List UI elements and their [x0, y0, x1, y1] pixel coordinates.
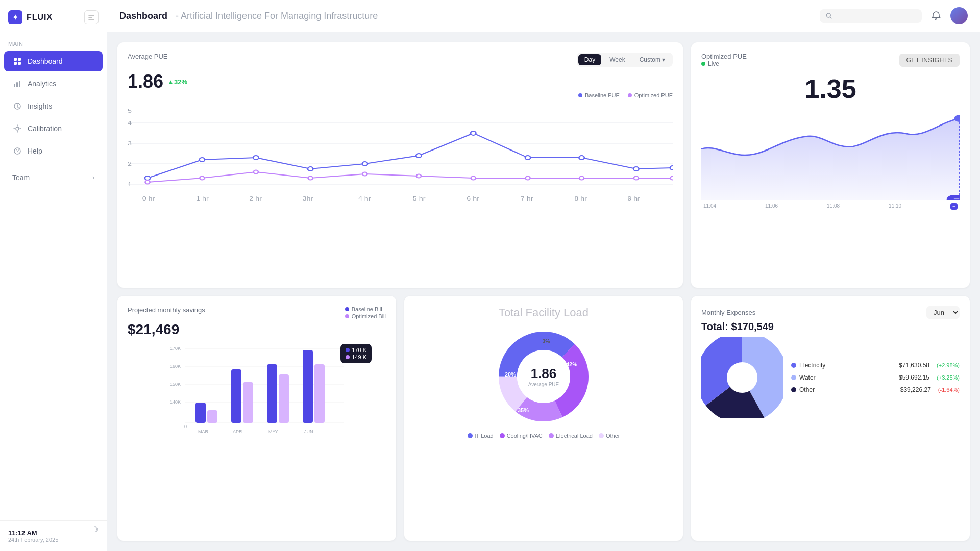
savings-legend-optimized-dot — [345, 314, 349, 318]
other-expense-amount: $39,226.27 — [900, 386, 931, 393]
svg-text:JUN: JUN — [304, 429, 313, 434]
svg-text:150K: 150K — [170, 382, 181, 387]
svg-point-27 — [253, 156, 258, 160]
analytics-icon — [12, 79, 22, 89]
savings-legend-optimized: Optimized Bill — [352, 313, 386, 319]
tab-custom[interactable]: Custom ▾ — [633, 54, 671, 65]
svg-rect-2 — [88, 19, 94, 20]
svg-rect-77 — [303, 350, 313, 423]
user-avatar[interactable] — [950, 7, 968, 24]
svg-text:5 hr: 5 hr — [413, 195, 426, 202]
time-label-1106: 11:06 — [765, 203, 778, 210]
sidebar-item-dashboard[interactable]: Dashboard — [4, 51, 103, 71]
svg-point-44 — [579, 177, 584, 180]
sidebar-item-dashboard-label: Dashboard — [28, 57, 94, 65]
cooling-label: Cooling/HVAC — [507, 433, 543, 439]
dashboard-icon — [12, 56, 22, 66]
svg-point-41 — [416, 174, 421, 178]
expenses-pie-svg — [701, 337, 783, 418]
svg-point-30 — [416, 154, 421, 158]
svg-text:140K: 140K — [170, 399, 181, 405]
electricity-amount: $71,630.58 — [899, 362, 929, 369]
sidebar-item-insights[interactable]: Insights — [4, 96, 103, 116]
sidebar-item-calibration[interactable]: Calibration — [4, 118, 103, 139]
svg-text:3hr: 3hr — [303, 195, 314, 202]
sidebar-item-insights-label: Insights — [28, 102, 94, 110]
search-input[interactable] — [836, 12, 916, 20]
sidebar-item-analytics-label: Analytics — [28, 80, 94, 88]
avg-pue-number: 1.86 — [128, 71, 163, 92]
notification-bell-icon[interactable] — [928, 8, 944, 24]
calibration-icon — [12, 123, 22, 134]
svg-point-40 — [362, 172, 367, 176]
time-label-1108: 11:08 — [827, 203, 840, 210]
sidebar-item-analytics[interactable]: Analytics — [4, 73, 103, 94]
svg-text:0: 0 — [184, 424, 187, 429]
svg-text:4 hr: 4 hr — [358, 195, 372, 202]
time-label-1104: 11:04 — [703, 203, 716, 210]
svg-text:9 hr: 9 hr — [627, 195, 641, 202]
tab-week[interactable]: Week — [603, 54, 631, 65]
svg-rect-75 — [267, 364, 277, 423]
svg-rect-76 — [279, 374, 289, 423]
svg-text:42%: 42% — [566, 361, 577, 367]
svg-text:160K: 160K — [170, 364, 181, 369]
svg-point-42 — [471, 177, 476, 180]
live-dot — [701, 62, 705, 66]
svg-text:2: 2 — [128, 161, 132, 167]
savings-legend-baseline: Baseline Bill — [352, 306, 382, 312]
svg-text:20%: 20% — [505, 371, 516, 378]
svg-rect-78 — [314, 364, 325, 423]
tab-day[interactable]: Day — [578, 54, 601, 65]
sidebar-item-team[interactable]: Team › — [4, 168, 103, 187]
sidebar-item-help[interactable]: ? Help — [4, 141, 103, 161]
legend-optimized-label: Optimized PUE — [634, 92, 673, 98]
expenses-title: Monthly Expenses — [701, 309, 755, 316]
svg-rect-74 — [243, 382, 253, 423]
sidebar-logo-area: ✦ FLUIX — [0, 0, 107, 35]
sidebar-date: 24th February, 2025 — [8, 537, 99, 543]
savings-value: $21,469 — [128, 321, 386, 338]
page-subtitle: - Artificial Intelligence For Managing I… — [176, 11, 378, 21]
svg-rect-1 — [88, 17, 92, 18]
facility-legend: IT Load Cooling/HVAC Electrical Load Oth… — [468, 433, 620, 439]
other-expense-change: (-1.64%) — [938, 387, 960, 393]
legend-optimized-dot — [628, 93, 632, 97]
cooling-dot — [500, 433, 505, 438]
sidebar-section-main: Main — [0, 35, 107, 50]
svg-point-45 — [634, 177, 639, 180]
content-grid: Average PUE Day Week Custom ▾ 1.86 ▲32% … — [107, 32, 980, 551]
other-dot — [599, 433, 604, 438]
header-right — [820, 7, 968, 24]
svg-point-31 — [471, 131, 476, 135]
svg-text:0 hr: 0 hr — [142, 195, 156, 202]
legend-other: Other — [599, 433, 620, 439]
legend-electrical: Electrical Load — [549, 433, 593, 439]
water-change: (+3.25%) — [937, 374, 960, 381]
month-select[interactable]: Jun May Apr Mar — [926, 306, 960, 319]
legend-baseline-label: Baseline PUE — [585, 92, 620, 98]
get-insights-button[interactable]: GET INSIGHTS — [899, 54, 960, 67]
logo-icon: ✦ — [8, 10, 22, 24]
svg-text:3: 3 — [128, 140, 132, 147]
donut-value: 1.86 — [528, 366, 559, 382]
facility-title: Total Facility Load — [414, 306, 673, 319]
savings-chart: 170 K 149 K 170K 160K 150K 140K 0 — [128, 344, 386, 448]
svg-point-36 — [145, 181, 150, 184]
svg-text:7 hr: 7 hr — [521, 195, 534, 202]
svg-rect-9 — [19, 81, 20, 87]
svg-text:?: ? — [16, 148, 19, 154]
savings-legend: Baseline Bill Optimized Bill — [345, 306, 386, 319]
svg-rect-7 — [14, 84, 15, 87]
donut-label: Average PUE — [528, 382, 559, 387]
svg-text:8 hr: 8 hr — [574, 195, 587, 202]
sidebar-toggle-button[interactable] — [84, 10, 99, 24]
savings-title: Projected monthly savings — [128, 306, 205, 314]
moon-icon[interactable]: ☽ — [91, 524, 99, 534]
svg-text:4: 4 — [128, 120, 132, 127]
svg-point-26 — [200, 158, 205, 162]
avg-pue-title: Average PUE — [128, 53, 168, 60]
search-box[interactable] — [820, 9, 922, 23]
svg-rect-0 — [88, 15, 94, 16]
svg-rect-73 — [231, 369, 241, 423]
